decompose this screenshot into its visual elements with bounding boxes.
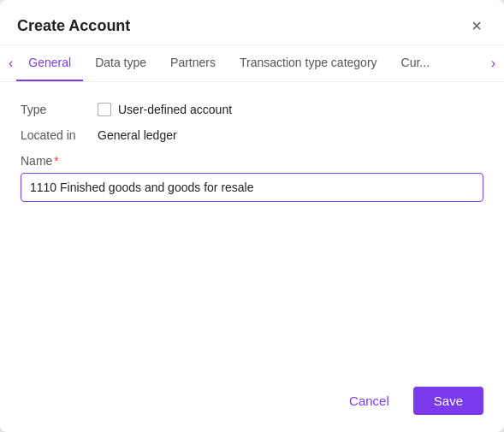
name-section: Name* xyxy=(21,154,483,202)
name-input[interactable] xyxy=(21,173,483,202)
close-button[interactable]: × xyxy=(466,15,487,36)
tab-partners[interactable]: Partners xyxy=(158,45,228,81)
tabs-row: ‹ General Data type Partners Transaction… xyxy=(0,45,504,82)
name-label: Name xyxy=(21,154,52,168)
located-in-value: General ledger xyxy=(98,128,177,142)
located-in-field-row: Located in General ledger xyxy=(21,128,483,142)
name-label-row: Name* xyxy=(21,154,483,168)
save-button[interactable]: Save xyxy=(413,387,483,415)
cancel-button[interactable]: Cancel xyxy=(335,387,403,415)
tab-currency[interactable]: Cur... xyxy=(389,45,442,81)
tab-data-type[interactable]: Data type xyxy=(83,45,158,81)
tab-next-button[interactable]: › xyxy=(488,47,499,80)
tab-general[interactable]: General xyxy=(16,45,83,81)
type-checkbox-label: User-defined account xyxy=(118,103,232,116)
required-star: * xyxy=(54,154,58,168)
tab-transaction-type-category[interactable]: Transaction type category xyxy=(228,45,389,81)
dialog-body: Type User-defined account Located in Gen… xyxy=(0,82,504,373)
dialog-title: Create Account xyxy=(17,17,130,35)
user-defined-checkbox[interactable] xyxy=(98,103,111,116)
dialog-header: Create Account × xyxy=(0,0,504,45)
type-label: Type xyxy=(21,103,98,116)
located-in-label: Located in xyxy=(21,128,98,142)
tab-prev-button[interactable]: ‹ xyxy=(5,47,16,80)
dialog-footer: Cancel Save xyxy=(0,373,504,432)
type-value: User-defined account xyxy=(98,103,232,116)
type-field-row: Type User-defined account xyxy=(21,103,483,116)
create-account-dialog: Create Account × ‹ General Data type Par… xyxy=(0,0,504,432)
tabs-container: General Data type Partners Transaction t… xyxy=(16,45,487,81)
